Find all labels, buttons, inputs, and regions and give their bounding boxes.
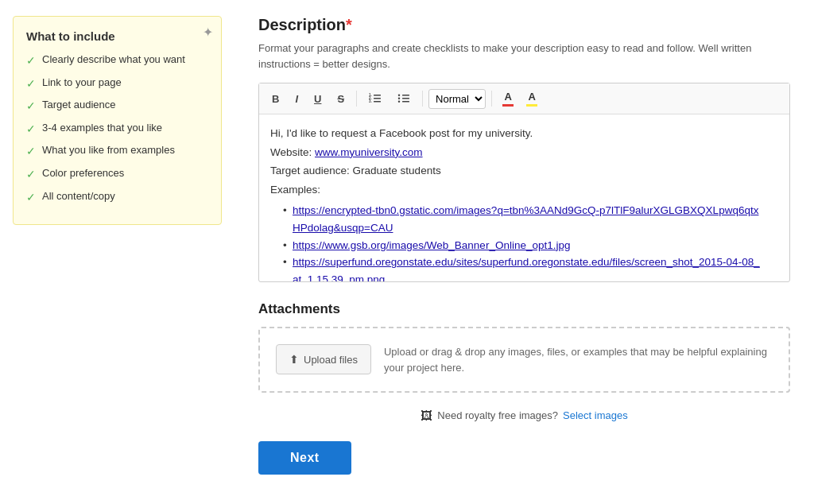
- svg-point-9: [398, 95, 400, 96]
- italic-button[interactable]: I: [289, 90, 304, 108]
- highlight-button[interactable]: A: [521, 88, 542, 109]
- website-label: Website:: [270, 146, 315, 158]
- editor-toolbar: B I U S 1.2.3. Normal Small Large Huge A: [259, 83, 789, 114]
- check-icon: ✓: [26, 144, 36, 160]
- editor-container: B I U S 1.2.3. Normal Small Large Huge A: [258, 83, 790, 282]
- list-item: ✓ Color preferences: [26, 166, 208, 183]
- list-item: ✓ Link to your page: [26, 76, 208, 92]
- editor-area[interactable]: Hi, I'd like to request a Facebook post …: [259, 114, 789, 281]
- royalty-section: 🖼 Need royalty free images? Select image…: [258, 409, 790, 422]
- list-item: ✓ Target audience: [26, 98, 208, 114]
- required-star: *: [346, 16, 352, 33]
- drag-handle-icon[interactable]: ✦: [203, 25, 213, 40]
- select-images-link[interactable]: Select images: [563, 409, 628, 421]
- separator: [491, 91, 492, 107]
- separator: [356, 91, 357, 107]
- svg-rect-7: [402, 98, 409, 99]
- font-size-select[interactable]: Normal Small Large Huge: [428, 89, 486, 109]
- check-icon: ✓: [26, 167, 36, 183]
- royalty-text: Need royalty free images?: [437, 409, 558, 421]
- checklist-label: What you like from examples: [42, 143, 175, 157]
- editor-line-3: Target audience: Graduate students: [270, 161, 766, 180]
- svg-rect-8: [402, 101, 409, 103]
- example-link-2[interactable]: https://www.gsb.org/images/Web_Banner_On…: [293, 239, 570, 251]
- upload-icon: ⬆: [289, 353, 299, 366]
- checklist-label: Color preferences: [42, 166, 124, 180]
- list-item: ✓ Clearly describe what you want: [26, 52, 208, 69]
- editor-line-2: Website: www.myuniversity.com: [270, 143, 766, 162]
- editor-body: Hi, I'd like to request a Facebook post …: [270, 124, 778, 281]
- list-item: ✓ 3-4 examples that you like: [26, 121, 208, 138]
- upload-button[interactable]: ⬆ Upload files: [276, 344, 371, 374]
- separator: [422, 91, 423, 107]
- check-icon: ✓: [26, 99, 36, 114]
- unordered-list-button[interactable]: [391, 89, 417, 108]
- list-item: https://encrypted-tbn0.gstatic.com/image…: [283, 202, 766, 236]
- list-item: ✓ All content/copy: [26, 189, 208, 206]
- svg-point-11: [398, 101, 400, 103]
- svg-point-10: [398, 98, 400, 99]
- list-item: https://www.gsb.org/images/Web_Banner_On…: [283, 237, 766, 254]
- example-link-1[interactable]: https://encrypted-tbn0.gstatic.com/image…: [293, 204, 758, 234]
- upload-btn-label: Upload files: [304, 354, 358, 366]
- check-icon: ✓: [26, 190, 36, 206]
- underline-button[interactable]: U: [308, 90, 328, 108]
- svg-text:3.: 3.: [369, 99, 372, 103]
- example-link-3[interactable]: https://superfund.oregonstate.edu/sites/…: [293, 256, 760, 281]
- ordered-list-button[interactable]: 1.2.3.: [362, 89, 388, 108]
- upload-area: ⬆ Upload files Upload or drag & drop any…: [258, 327, 790, 393]
- strikethrough-button[interactable]: S: [331, 90, 351, 108]
- bold-button[interactable]: B: [266, 90, 285, 108]
- svg-rect-1: [374, 98, 381, 99]
- main-content: Description* Format your paragraphs and …: [235, 0, 814, 504]
- check-icon: ✓: [26, 53, 36, 69]
- checklist-label: All content/copy: [42, 189, 115, 204]
- editor-line-1: Hi, I'd like to request a Facebook post …: [270, 124, 766, 143]
- font-color-button[interactable]: A: [498, 88, 518, 109]
- description-hint: Format your paragraphs and create checkl…: [258, 41, 790, 72]
- check-icon: ✓: [26, 76, 36, 92]
- what-to-include-box: ✦ What to include ✓ Clearly describe wha…: [13, 16, 222, 225]
- highlight-label: A: [528, 91, 535, 103]
- image-icon: 🖼: [421, 409, 432, 422]
- checklist-label: 3-4 examples that you like: [42, 121, 162, 135]
- upload-hint: Upload or drag & drop any images, files,…: [384, 344, 773, 375]
- website-link[interactable]: www.myuniversity.com: [315, 146, 423, 158]
- checklist-label: Clearly describe what you want: [42, 52, 185, 67]
- font-color-bar: [502, 104, 514, 107]
- highlight-color-bar: [526, 104, 537, 107]
- examples-list: https://encrypted-tbn0.gstatic.com/image…: [270, 202, 766, 281]
- checklist-label: Link to your page: [42, 76, 122, 90]
- editor-line-4: Examples:: [270, 180, 766, 200]
- list-item: https://superfund.oregonstate.edu/sites/…: [283, 254, 766, 281]
- what-to-include-title: What to include: [26, 29, 208, 43]
- sidebar: ✦ What to include ✓ Clearly describe wha…: [0, 0, 235, 504]
- checklist-label: Target audience: [42, 98, 116, 112]
- font-color-label: A: [504, 91, 511, 103]
- attachments-section: Attachments ⬆ Upload files Upload or dra…: [258, 301, 790, 393]
- page-title: Description: [258, 16, 346, 33]
- list-item: ✓ What you like from examples: [26, 143, 208, 160]
- svg-rect-0: [374, 95, 381, 96]
- attachments-title: Attachments: [258, 301, 790, 317]
- svg-rect-6: [402, 95, 409, 96]
- svg-rect-2: [374, 101, 381, 103]
- check-icon: ✓: [26, 122, 36, 138]
- next-button[interactable]: Next: [258, 441, 351, 475]
